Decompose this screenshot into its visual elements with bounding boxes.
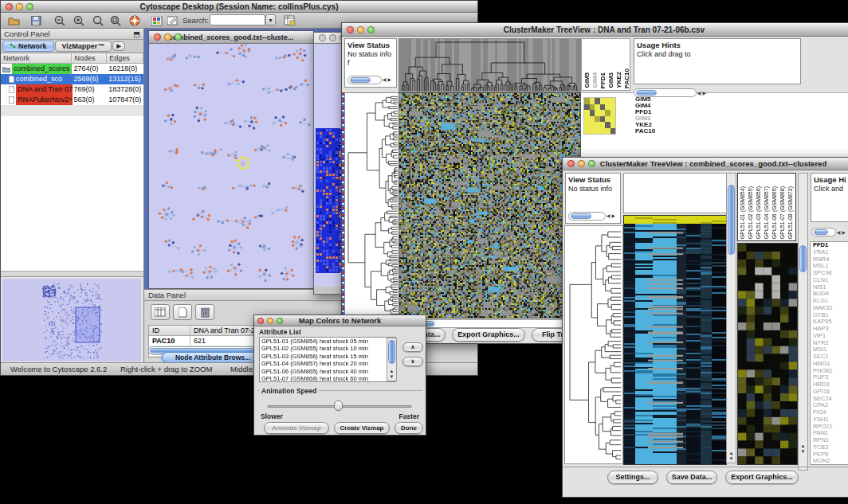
usage-hints-title: Usage Hi (814, 175, 846, 184)
export-graphics-button[interactable]: Export Graphics... (725, 471, 799, 484)
attribute-list[interactable]: GPL51-01 (GSM854) heat shock 05 minGPL51… (259, 337, 396, 382)
network-table-row[interactable]: combined_sco2569(6)13112(15) (1, 74, 143, 84)
minimize-button[interactable] (357, 26, 364, 33)
minimize-button[interactable] (329, 34, 336, 41)
zoom-button[interactable] (588, 160, 595, 167)
close-button[interactable] (567, 160, 575, 167)
mini-heatmap[interactable] (583, 97, 616, 135)
help-lifering-icon[interactable] (127, 14, 143, 27)
delete-attribute-icon[interactable] (195, 304, 214, 320)
float-panel-icon[interactable]: ⬒ (133, 29, 140, 40)
move-up-button[interactable]: ∧ (402, 342, 423, 352)
network-view-title-bar[interactable]: combined_scores_good.txt--cluste... (149, 31, 313, 44)
network-table-row[interactable]: RNAPuberNov2+563(0)107847(0) (1, 95, 143, 105)
minimize-button[interactable] (578, 160, 585, 167)
usage-hints-title: Usage Hints (637, 41, 681, 49)
main-title-bar[interactable]: Cytoscape Desktop (Session Name: collins… (1, 1, 477, 13)
expression-heatmap-canvas[interactable] (623, 215, 727, 465)
close-button[interactable] (257, 318, 264, 324)
birdseye-canvas[interactable] (2, 279, 141, 361)
minimize-button[interactable] (16, 3, 23, 10)
search-dropdown-icon[interactable]: ▼ (265, 14, 276, 25)
zoom-button[interactable] (277, 318, 283, 324)
search-label: Search: (183, 16, 209, 25)
zoom-out-icon[interactable] (52, 14, 68, 27)
vizmapper-icon[interactable] (149, 14, 165, 27)
attribute-browser-icon[interactable] (281, 14, 297, 27)
attribute-item[interactable]: GPL51-01 (GSM854) heat shock 05 min (260, 338, 395, 345)
attribute-item[interactable]: GPL51-02 (GSM855) heat shock 10 min (260, 345, 395, 352)
new-attribute-icon[interactable] (173, 304, 192, 320)
column-label: PFD1 (599, 72, 607, 88)
zoom-fit-icon[interactable] (90, 14, 106, 27)
view-status-panel: View Status No status info f ◀▶ (344, 38, 397, 88)
attribute-item[interactable]: GPL51-04 (GSM857) heat shock 20 min (260, 360, 395, 367)
usage-hints-panel: Usage Hi Click and (811, 173, 848, 222)
column-label: PAC10 (623, 68, 630, 88)
dialog-title-bar[interactable]: Map Colors to Network (254, 315, 426, 326)
map-colors-dialog: Map Colors to Network Attribute List GPL… (253, 315, 426, 436)
control-panel-tabs: Network VizMapper™ ▶ (1, 40, 143, 53)
attribute-item[interactable]: GPL51-03 (GSM856) heat shock 15 min (260, 353, 395, 360)
settings-button[interactable]: Settings... (607, 471, 658, 484)
background-window-title-bar[interactable] (314, 33, 341, 44)
control-panel-header: Control Panel ⬒ (1, 29, 143, 40)
row-dendrogram-canvas[interactable] (564, 225, 623, 464)
attribute-item[interactable]: GPL51-07 (GSM868) heat shock 60 min (260, 375, 395, 382)
attribute-item[interactable]: GPL51-06 (GSM865) heat shock 40 min (260, 368, 395, 375)
panel-splitter[interactable]: ● (1, 272, 143, 277)
network-table-row[interactable]: combined_scores2764(0)16218(0) (1, 64, 143, 74)
id-column-header[interactable]: ID (149, 326, 190, 335)
data-panel-toolbar (151, 304, 214, 320)
attribute-select-icon[interactable] (151, 304, 170, 320)
export-graphics-button[interactable]: Export Graphics... (452, 328, 525, 342)
zoom-button[interactable] (175, 33, 182, 41)
usage-hints-scrollbar[interactable]: ◀▶ (811, 227, 846, 236)
view-status-scrollbar[interactable]: ◀▶ (568, 211, 616, 221)
network-canvas[interactable] (149, 44, 313, 288)
row-labels: GIM5GIM4PFD1GIM3YKE2PAC10 (635, 96, 655, 135)
animate-vizmap-button[interactable]: Animate Vizmap (264, 422, 329, 434)
zoom-heatmap-canvas[interactable] (737, 243, 798, 465)
attribute-list-scrollbar[interactable]: ▲▼ (387, 338, 397, 381)
annotation-icon[interactable] (165, 14, 181, 27)
tab-network[interactable]: Network (2, 41, 54, 52)
treeview-dna-title-bar[interactable]: ClusterMaker TreeView : DNA and Tran 07-… (342, 23, 848, 37)
search-input[interactable] (210, 14, 265, 25)
minimize-button[interactable] (267, 318, 273, 324)
speed-slider-thumb[interactable] (334, 400, 343, 411)
close-button[interactable] (6, 3, 13, 10)
row-dendrogram-canvas[interactable] (344, 92, 400, 318)
treeview-combined-title-bar[interactable]: ClusterMaker TreeView : combined_scores_… (563, 158, 848, 170)
minimize-button[interactable] (164, 33, 171, 41)
zoom-button[interactable] (367, 26, 375, 33)
usage-hints-text: Click and (814, 185, 843, 193)
tab-vizmapper[interactable]: VizMapper™ (55, 41, 112, 52)
save-data-button[interactable]: Save Data... (666, 471, 717, 484)
gene-label[interactable]: MON2 (813, 458, 848, 465)
create-vizmap-button[interactable]: Create Vizmap (334, 422, 390, 434)
save-session-icon[interactable] (28, 14, 44, 27)
zoom-in-icon[interactable] (71, 14, 87, 27)
zoom-vscrollbar[interactable]: ▲▼ (798, 173, 808, 471)
zoom-selected-icon[interactable] (108, 14, 124, 27)
column-dendrogram-canvas[interactable] (398, 38, 581, 92)
network-name: combined_sco (16, 74, 62, 84)
view-status-text: No status info f (347, 50, 391, 67)
close-button[interactable] (154, 33, 161, 41)
birdseye-view[interactable] (2, 279, 141, 361)
open-session-icon[interactable] (6, 14, 22, 27)
close-button[interactable] (347, 26, 354, 33)
tab-overflow-arrow-icon[interactable]: ▶ (112, 41, 124, 51)
move-down-button[interactable]: ∨ (402, 357, 423, 366)
grid-network-canvas[interactable] (314, 44, 341, 287)
heatmap-vscrollbar[interactable]: ▲▼ (726, 173, 736, 463)
window-controls[interactable] (6, 3, 33, 10)
done-button[interactable]: Done (395, 422, 423, 434)
similarity-heatmap-canvas[interactable] (398, 92, 581, 318)
node-attribute-browser-button[interactable]: Node Attribute Brows... (162, 352, 264, 363)
network-table-row[interactable]: DNA and Tran 07769(0)183728(0) (1, 84, 143, 95)
close-button[interactable] (319, 34, 326, 41)
view-status-scrollbar[interactable]: ◀▶ (347, 75, 392, 84)
zoom-button[interactable] (26, 3, 33, 10)
